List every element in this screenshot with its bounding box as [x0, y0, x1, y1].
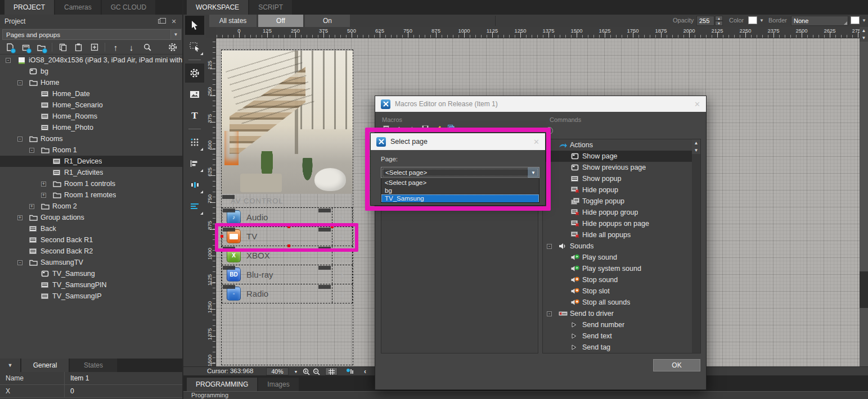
row-action-zone[interactable]: ›	[332, 265, 352, 284]
scrollbar-thumb[interactable]	[860, 271, 868, 308]
new-popup-icon[interactable]	[20, 42, 31, 53]
tree-item-r1-activites[interactable]: R1_Activites	[0, 167, 182, 178]
command-item-hide-popup[interactable]: Hide popup	[543, 184, 692, 196]
expand-toggle-icon[interactable]: +	[29, 204, 34, 209]
tree-item-home-rooms[interactable]: Home_Rooms	[0, 111, 182, 122]
align-tool-icon[interactable]	[185, 154, 204, 173]
page-option-bg[interactable]: bg	[381, 187, 539, 194]
opacity-stepper[interactable]: ▲▼	[715, 16, 723, 26]
tree-item-room-1[interactable]: -Room 1	[0, 144, 182, 156]
expand-toggle-icon[interactable]: -	[547, 244, 552, 249]
tab-workspace[interactable]: WORKSPACE	[187, 0, 248, 15]
row-action-zone[interactable]: ›	[332, 246, 352, 265]
expand-toggle-icon[interactable]: -	[6, 58, 11, 63]
scroll-down-icon[interactable]: ▼	[692, 147, 700, 154]
zoom-select-tool-icon[interactable]	[185, 37, 204, 56]
expand-toggle-icon[interactable]: +	[41, 193, 46, 198]
page-option-tv-samsung[interactable]: TV_Samsung	[381, 194, 539, 202]
scroll-up-icon[interactable]: ▲	[692, 139, 700, 147]
delete-icon[interactable]	[382, 124, 390, 133]
state-button-off[interactable]: Off	[258, 15, 303, 27]
canvas-button-radio[interactable]: ◦Radio›	[222, 284, 353, 303]
copy-icon[interactable]	[447, 124, 455, 133]
command-item-play-sound[interactable]: Play sound	[543, 252, 692, 263]
av-control-header[interactable]: AV CONTROL	[222, 194, 353, 208]
tree-item-ios8-2048x1536-ipad-3-ipad-air-ipad-mini-with-r[interactable]: -iOS8_2048x1536 (iPad 3, iPad Air, iPad …	[0, 55, 182, 66]
chevron-down-icon[interactable]: ▼	[862, 18, 866, 23]
ok-button[interactable]: OK	[653, 359, 700, 371]
distribute-tool-icon[interactable]	[185, 175, 204, 194]
tab-project[interactable]: PROJECT	[5, 0, 54, 15]
selection-handle[interactable]	[221, 235, 223, 238]
command-item-actions[interactable]: Actions	[543, 139, 692, 151]
canvas-button-audio[interactable]: ♪Audio›	[222, 207, 353, 227]
image-tool-icon[interactable]	[185, 85, 204, 104]
page-option-select-page[interactable]: <Select page>	[381, 179, 539, 187]
grid-toggle-icon[interactable]	[325, 368, 338, 375]
command-item-stop-slot[interactable]: Stop slot	[543, 285, 692, 297]
chevron-down-icon[interactable]: ▼	[759, 18, 764, 23]
expand-toggle-icon[interactable]: -	[17, 80, 23, 85]
tree-item-home-scenario[interactable]: Home_Scenario	[0, 99, 182, 111]
border-dropdown[interactable]: None	[791, 16, 848, 26]
tab-cameras[interactable]: Cameras	[55, 0, 101, 15]
new-folder-icon[interactable]	[36, 42, 47, 53]
state-button-on[interactable]: On	[305, 15, 350, 27]
chevron-down-icon[interactable]: ▼	[527, 167, 539, 178]
save-icon[interactable]	[421, 124, 429, 133]
tree-item-saumsungtv[interactable]: -SaumsungTV	[0, 257, 182, 268]
canvas-button-tv[interactable]: TV›	[222, 226, 353, 246]
command-item-send-text[interactable]: Send text	[543, 330, 692, 342]
scroll-down-icon[interactable]: ▼	[860, 34, 868, 42]
tree-item-room-2[interactable]: +Room 2	[0, 201, 182, 212]
selection-handle[interactable]	[287, 225, 290, 228]
tree-item-second-back-r1[interactable]: Second Back R1	[0, 234, 182, 246]
text-tool-icon[interactable]: T	[185, 106, 204, 125]
canvas-vertical-scrollbar[interactable]: ▲ ▼	[860, 27, 868, 366]
command-item-show-page[interactable]: Show page	[543, 151, 692, 162]
expand-toggle-icon[interactable]: -	[29, 148, 34, 153]
grid-tool-icon[interactable]	[185, 133, 204, 152]
tab-programming[interactable]: PROGRAMMING	[187, 378, 257, 391]
edit-icon[interactable]	[434, 124, 442, 133]
selection-handle[interactable]	[331, 225, 334, 228]
tree-item-tv-samsung[interactable]: TV_Samsung	[0, 268, 182, 279]
select-tool-icon[interactable]	[185, 16, 204, 35]
new-page-icon[interactable]	[5, 42, 15, 53]
help-icon[interactable]: ?	[546, 127, 553, 134]
command-item-show-popup[interactable]: Show popup	[543, 173, 692, 184]
command-item-hide-popups-on-page[interactable]: Hide popups on page	[543, 218, 692, 229]
zoom-in-icon[interactable]	[302, 367, 311, 376]
tree-item-room-1-remotes[interactable]: +Room 1 remotes	[0, 189, 182, 201]
row-action-zone[interactable]: ›	[332, 284, 352, 303]
settings-icon[interactable]	[167, 42, 178, 53]
chevron-down-icon[interactable]: ▼	[0, 359, 20, 372]
command-item-show-previous-page[interactable]: Show previous page	[543, 162, 692, 173]
snap-toggle-icon[interactable]	[344, 367, 356, 376]
macros-dialog-titlebar[interactable]: Macros Editor on Release (Item 1) ✕	[375, 96, 706, 112]
tab-images[interactable]: Images	[258, 378, 298, 391]
row-action-zone[interactable]: ›	[332, 208, 352, 226]
expand-toggle-icon[interactable]: -	[17, 260, 23, 265]
paste-icon[interactable]	[73, 42, 84, 53]
command-item-hide-all-popups[interactable]: Hide all popups	[543, 229, 692, 241]
tree-item-second-back-r2[interactable]: Second Back R2	[0, 246, 182, 257]
expand-toggle-icon[interactable]: -	[17, 137, 23, 142]
row-action-zone[interactable]: ›	[332, 227, 352, 246]
tree-item-home-date[interactable]: Home_Date	[0, 88, 182, 99]
tree-item-rooms[interactable]: -Rooms	[0, 133, 182, 144]
canvas-button-blu-ray[interactable]: BDBlu-ray›	[222, 265, 353, 284]
close-panel-icon[interactable]: ✕	[170, 18, 178, 25]
text-align-tool-icon[interactable]	[185, 197, 204, 216]
tab-states[interactable]: States	[70, 359, 117, 372]
copy-icon[interactable]	[57, 42, 68, 53]
zoom-out-icon[interactable]	[312, 367, 321, 376]
tab-gc-cloud[interactable]: GC CLOUD	[102, 0, 155, 15]
tree-item-home[interactable]: -Home	[0, 77, 182, 88]
color-swatch[interactable]	[748, 16, 757, 24]
property-value[interactable]: 0	[65, 387, 74, 395]
move-up-icon[interactable]: ↑	[110, 42, 121, 53]
border-color-swatch[interactable]	[851, 16, 860, 24]
search-icon[interactable]	[142, 42, 152, 53]
state-button-all-states[interactable]: All states	[209, 15, 257, 27]
